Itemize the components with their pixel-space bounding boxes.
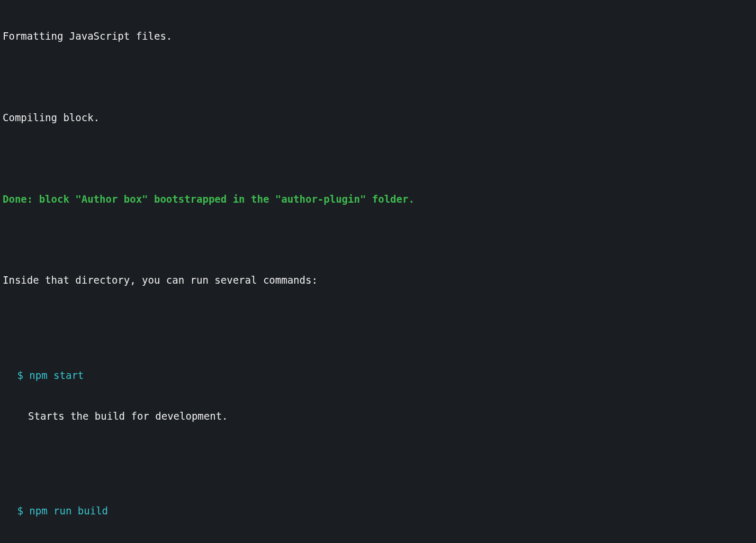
output-line-compiling: Compiling block. (3, 111, 753, 125)
command-npm-build: $ npm run build (3, 504, 753, 518)
blank-line (3, 233, 753, 247)
blank-line (3, 152, 753, 166)
command-prefix: $ (17, 505, 29, 517)
output-line-done: Done: block "Author box" bootstrapped in… (3, 193, 753, 206)
output-line-inside: Inside that directory, you can run sever… (3, 274, 753, 287)
blank-line (3, 314, 753, 328)
command-text: npm run build (29, 505, 108, 517)
blank-line (3, 450, 753, 464)
blank-line (3, 70, 753, 84)
output-line-formatting: Formatting JavaScript files. (3, 30, 753, 43)
command-desc-npm-start: Starts the build for development. (3, 410, 753, 423)
command-text: npm start (29, 369, 84, 381)
command-npm-start: $ npm start (3, 369, 753, 383)
terminal-output[interactable]: Formatting JavaScript files. Compiling b… (3, 3, 753, 543)
command-prefix: $ (17, 369, 29, 381)
